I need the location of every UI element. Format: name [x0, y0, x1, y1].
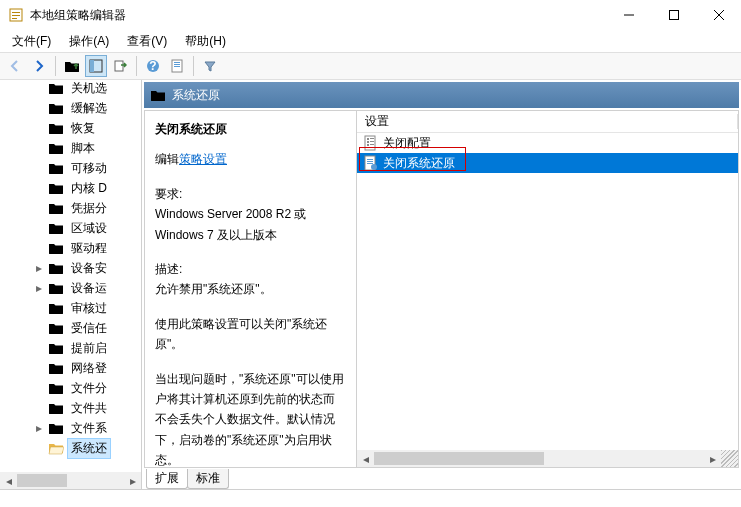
tree-item-label: 驱动程 — [68, 239, 110, 258]
scroll-thumb[interactable] — [374, 452, 544, 465]
list-row[interactable]: 关闭系统还原 — [357, 153, 738, 173]
folder-icon — [48, 181, 64, 195]
status-bar — [0, 489, 741, 507]
tree-item[interactable]: 文件分 — [0, 378, 141, 398]
folder-icon — [48, 241, 64, 255]
folder-icon — [48, 361, 64, 375]
tree-item-label: 受信任 — [68, 319, 110, 338]
up-button[interactable] — [61, 55, 83, 77]
expand-icon[interactable]: ▸ — [34, 263, 44, 273]
tree-item[interactable]: 缓解选 — [0, 98, 141, 118]
tree-item-label: 恢复 — [68, 119, 98, 138]
edit-policy-link[interactable]: 策略设置 — [179, 152, 227, 166]
list-h-scrollbar[interactable]: ◂ ▸ — [357, 450, 738, 467]
tree-item[interactable]: 区域设 — [0, 218, 141, 238]
menu-help[interactable]: 帮助(H) — [177, 31, 234, 52]
forward-button[interactable] — [28, 55, 50, 77]
close-button[interactable] — [696, 0, 741, 30]
policy-icon — [363, 135, 379, 151]
show-tree-button[interactable] — [85, 55, 107, 77]
expand-icon[interactable]: ▸ — [34, 283, 44, 293]
policy-title: 关闭系统还原 — [155, 119, 346, 139]
svg-text:?: ? — [149, 59, 156, 73]
tree-item[interactable]: 可移动 — [0, 158, 141, 178]
tree-item[interactable]: ▸设备安 — [0, 258, 141, 278]
menu-action[interactable]: 操作(A) — [61, 31, 117, 52]
content-header: 系统还原 — [144, 82, 739, 108]
svg-rect-13 — [12, 12, 20, 13]
description-label: 描述: — [155, 259, 346, 279]
tree-item-label: 内核 D — [68, 179, 110, 198]
properties-button[interactable] — [166, 55, 188, 77]
tree-item[interactable]: 提前启 — [0, 338, 141, 358]
expand-icon[interactable]: ▸ — [34, 423, 44, 433]
scroll-right-button[interactable]: ▸ — [124, 472, 141, 489]
content-pane: 系统还原 关闭系统还原 编辑策略设置 要求: Windows Server 20… — [142, 80, 741, 489]
tree-item-label: 关机选 — [68, 80, 110, 98]
svg-rect-15 — [12, 18, 17, 19]
tree-h-scrollbar[interactable]: ◂ ▸ — [0, 472, 141, 489]
menu-bar: 文件(F) 操作(A) 查看(V) 帮助(H) — [0, 30, 741, 52]
tree-item-label: 文件共 — [68, 399, 110, 418]
tree-item-label: 文件系 — [68, 419, 110, 438]
tree-item-label: 文件分 — [68, 379, 110, 398]
back-button[interactable] — [4, 55, 26, 77]
svg-rect-23 — [174, 62, 180, 63]
tree-item[interactable]: 受信任 — [0, 318, 141, 338]
help-button[interactable]: ? — [142, 55, 164, 77]
folder-icon — [48, 221, 64, 235]
tree-item[interactable]: 脚本 — [0, 138, 141, 158]
tree-item[interactable]: 驱动程 — [0, 238, 141, 258]
tree-item[interactable]: 恢复 — [0, 118, 141, 138]
svg-rect-14 — [12, 15, 20, 16]
column-header-setting[interactable]: 设置 — [357, 111, 738, 133]
tab-standard[interactable]: 标准 — [187, 469, 229, 489]
requirements-text: Windows Server 2008 R2 或 Windows 7 及以上版本 — [155, 204, 346, 245]
tree-item-label: 缓解选 — [68, 99, 110, 118]
list-row[interactable]: 关闭配置 — [357, 133, 738, 153]
menu-view[interactable]: 查看(V) — [119, 31, 175, 52]
minimize-button[interactable] — [606, 0, 651, 30]
settings-list-pane: 设置 关闭配置关闭系统还原 ◂ ▸ — [357, 111, 738, 467]
scroll-right-button[interactable]: ▸ — [704, 450, 721, 467]
content-header-title: 系统还原 — [172, 87, 220, 104]
maximize-button[interactable] — [651, 0, 696, 30]
svg-rect-25 — [174, 66, 180, 67]
description-p2: 当出现问题时，"系统还原"可以使用户将其计算机还原到先前的状态而不会丢失个人数据… — [155, 369, 346, 467]
export-button[interactable] — [109, 55, 131, 77]
folder-icon — [48, 341, 64, 355]
resize-grip[interactable] — [721, 450, 738, 467]
filter-button[interactable] — [199, 55, 221, 77]
tree-item[interactable]: 凭据分 — [0, 198, 141, 218]
tree-item[interactable]: ▸文件系 — [0, 418, 141, 438]
scroll-left-button[interactable]: ◂ — [357, 450, 374, 467]
tree-item[interactable]: 内核 D — [0, 178, 141, 198]
folder-icon — [48, 441, 64, 455]
folder-icon — [48, 301, 64, 315]
tree-item[interactable]: 关机选 — [0, 80, 141, 98]
scroll-thumb[interactable] — [17, 474, 67, 487]
folder-icon — [48, 101, 64, 115]
folder-icon — [48, 161, 64, 175]
svg-rect-18 — [90, 60, 94, 72]
scroll-left-button[interactable]: ◂ — [0, 472, 17, 489]
tree-item-label: 网络登 — [68, 359, 110, 378]
folder-icon — [48, 381, 64, 395]
description-pane: 关闭系统还原 编辑策略设置 要求: Windows Server 2008 R2… — [145, 111, 357, 467]
list-row-label: 关闭配置 — [383, 135, 431, 152]
policy-icon — [363, 155, 379, 171]
folder-icon — [48, 201, 64, 215]
folder-icon — [48, 141, 64, 155]
tree-item[interactable]: 文件共 — [0, 398, 141, 418]
tab-extended[interactable]: 扩展 — [146, 469, 188, 489]
tree-item[interactable]: 系统还 — [0, 438, 141, 458]
tree-item-label: 可移动 — [68, 159, 110, 178]
tree-item[interactable]: ▸设备运 — [0, 278, 141, 298]
tree-item[interactable]: 网络登 — [0, 358, 141, 378]
svg-rect-19 — [115, 61, 123, 71]
tree-item[interactable]: 审核过 — [0, 298, 141, 318]
menu-file[interactable]: 文件(F) — [4, 31, 59, 52]
tree-item-label: 设备运 — [68, 279, 110, 298]
requirements-label: 要求: — [155, 184, 346, 204]
tree-item-label: 审核过 — [68, 299, 110, 318]
